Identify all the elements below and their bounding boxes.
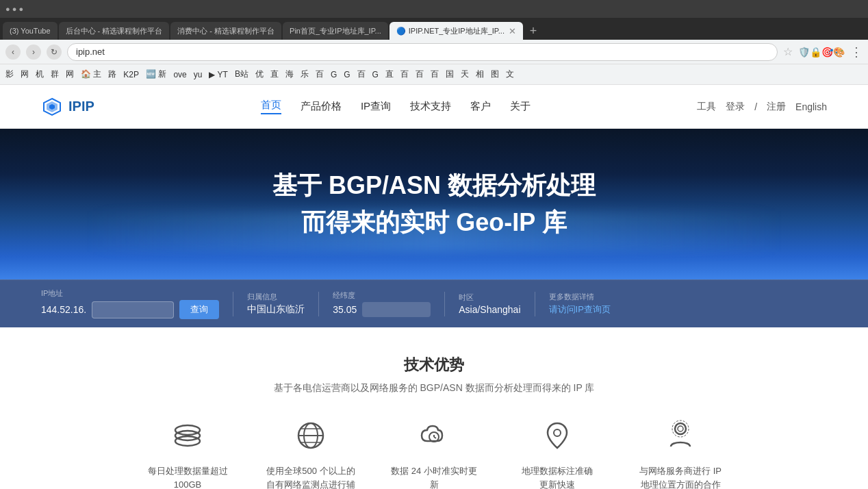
bookmark-new[interactable]: 🆕 新 — [146, 68, 166, 80]
feature-isp-cooperation: 与网络服务商进行 IP地理位置方面的合作 — [636, 415, 725, 489]
separator: / — [754, 101, 757, 112]
bookmark-7[interactable]: 路 — [108, 68, 116, 80]
longitude-label: 经纬度 — [333, 290, 431, 301]
bookmark-bai[interactable]: 百 — [316, 68, 324, 80]
bookmark-star[interactable]: ☆ — [783, 45, 793, 58]
header-right: 工具 登录 / 注册 English — [697, 101, 827, 113]
feature-data-volume: 每日处理数据量超过100GB — [143, 415, 232, 489]
register-link[interactable]: 注册 — [767, 101, 786, 113]
bookmark-wen[interactable]: 文 — [506, 68, 514, 80]
ip-label: IP地址 — [41, 288, 219, 299]
bookmark-2[interactable]: 网 — [21, 68, 29, 80]
address-input[interactable] — [67, 43, 778, 61]
tech-section: 技术优势 基于各电信运营商以及网络服务的 BGP/ASN 数据而分析处理而得来的… — [0, 327, 868, 489]
nav-home[interactable]: 首页 — [261, 99, 281, 114]
bookmark-le[interactable]: 乐 — [301, 68, 309, 80]
clock-cloud-icon — [413, 415, 455, 456]
site-logo[interactable]: IPIP — [41, 96, 94, 118]
location-icon — [537, 415, 578, 456]
globe-icon — [290, 415, 331, 456]
more-link[interactable]: 请访问IP查询页 — [549, 303, 611, 316]
logo-text: IPIP — [68, 99, 94, 114]
bookmark-ove[interactable]: ove — [173, 70, 186, 79]
main-nav: 首页 产品价格 IP查询 技术支持 客户 关于 — [261, 99, 531, 114]
browser-controls: ● ● ● — [5, 5, 23, 13]
tab-close[interactable]: ✕ — [509, 26, 516, 36]
bookmark-zhi2[interactable]: 直 — [385, 68, 394, 80]
bookmark-3[interactable]: 机 — [36, 68, 44, 80]
tab-3[interactable]: 消费中心 - 精选课程制作平台 — [170, 22, 281, 40]
login-link[interactable]: 登录 — [726, 101, 745, 113]
bookmark-guo[interactable]: 国 — [446, 68, 454, 80]
svg-point-15 — [675, 423, 686, 434]
bookmark-bai3[interactable]: 百 — [400, 68, 409, 80]
tech-title: 技术优势 — [41, 355, 827, 375]
menu-button[interactable]: ⋮ — [850, 45, 863, 60]
bookmark-1[interactable]: 影 — [5, 68, 14, 80]
site-header: IPIP 首页 产品价格 IP查询 技术支持 客户 关于 工具 登录 / 注册 … — [0, 85, 868, 129]
bookmark-g2[interactable]: G — [344, 70, 350, 79]
ip-search-input[interactable] — [92, 301, 174, 318]
hero-section: 基于 BGP/ASN 数据分析处理 而得来的实时 Geo-IP 库 — [0, 129, 868, 279]
bookmark-bai2[interactable]: 百 — [357, 68, 366, 80]
hero-title-line2: 而得来的实时 Geo-IP 库 — [272, 204, 596, 241]
nav-pricing[interactable]: 产品价格 — [301, 100, 342, 113]
bookmark-k2p[interactable]: K2P — [123, 70, 139, 79]
feature-2-text: 使用全球500 个以上的自有网络监测点进行辅助路量 — [266, 464, 355, 489]
ip-search-bar: IP地址 144.52.16. 查询 归属信息 中国山东临沂 经纬度 35.05… — [0, 279, 868, 327]
nav-about[interactable]: 关于 — [510, 100, 531, 113]
bookmark-bai4[interactable]: 百 — [416, 68, 424, 80]
ip-search-button[interactable]: 查询 — [179, 300, 219, 319]
feature-4-text: 地理数据标注准确更新快速 — [522, 464, 593, 489]
bookmark-g[interactable]: G — [331, 70, 337, 79]
tech-subtitle: 基于各电信运营商以及网络服务的 BGP/ASN 数据而分析处理而得来的 IP 库 — [41, 382, 827, 394]
new-tab-button[interactable]: + — [524, 22, 542, 40]
timezone-value: Asia/Shanghai — [459, 304, 520, 315]
nav-customers[interactable]: 客户 — [470, 100, 491, 113]
ip-value: 144.52.16. — [41, 304, 86, 315]
tab-bar: (3) YouTube 后台中心 - 精选课程制作平台 消费中心 - 精选课程制… — [0, 18, 868, 40]
bookmark-hai[interactable]: 海 — [285, 68, 294, 80]
layers-icon — [167, 415, 208, 456]
forward-button[interactable]: › — [26, 45, 41, 60]
bookmark-bilibili[interactable]: B站 — [235, 68, 248, 80]
tab-youtube[interactable]: (3) YouTube — [3, 22, 58, 40]
bookmarks-bar: 影 网 机 群 网 🏠 主 路 K2P 🆕 新 ove yu ▶ YT B站 优… — [0, 64, 868, 85]
bookmark-4[interactable]: 群 — [51, 68, 59, 80]
tab-4[interactable]: Pin首页_专业IP地址库_IP... — [283, 22, 388, 40]
logo-icon — [41, 96, 63, 118]
svg-line-13 — [434, 437, 436, 438]
bookmark-tu[interactable]: 图 — [491, 68, 499, 80]
language-switch[interactable]: English — [795, 101, 827, 112]
longitude-value-row: 35.05 — [333, 302, 431, 317]
nav-ip-query[interactable]: IP查询 — [361, 100, 391, 113]
ip-divider-2 — [318, 292, 319, 316]
reload-button[interactable]: ↻ — [47, 45, 62, 60]
tab-ipip-active[interactable]: 🔵 IPIP.NET_专业IP地址库_IP... ✕ — [390, 22, 523, 40]
tab-favicon: 🔵 — [396, 27, 406, 36]
ip-divider-1 — [233, 292, 233, 316]
bookmark-6[interactable]: 🏠 主 — [81, 68, 101, 80]
bookmark-yt[interactable]: ▶ YT — [209, 70, 227, 79]
bookmark-yu[interactable]: yu — [194, 70, 203, 79]
bookmark-you[interactable]: 优 — [255, 68, 264, 80]
address-bar-row: ‹ › ↻ ☆ 🛡️🔒🎯🎨 ⋮ — [0, 40, 868, 64]
back-button[interactable]: ‹ — [5, 45, 21, 60]
feature-monitoring: 使用全球500 个以上的自有网络监测点进行辅助路量 — [266, 415, 355, 489]
bookmark-tian[interactable]: 天 — [461, 68, 469, 80]
tools-link[interactable]: 工具 — [697, 101, 716, 113]
feature-5-text: 与网络服务商进行 IP地理位置方面的合作 — [639, 464, 722, 489]
ip-divider-4 — [535, 292, 535, 316]
bookmark-5[interactable]: 网 — [66, 68, 74, 80]
feature-3-text: 数据 24 小时准实时更新 — [391, 464, 477, 489]
bookmark-xiang[interactable]: 相 — [476, 68, 484, 80]
nav-tech-support[interactable]: 技术支持 — [410, 100, 451, 113]
bookmark-bai5[interactable]: 百 — [431, 68, 439, 80]
browser-chrome: ● ● ● — [0, 0, 868, 18]
bookmark-g3[interactable]: G — [372, 70, 379, 79]
tab-2[interactable]: 后台中心 - 精选课程制作平台 — [59, 22, 170, 40]
longitude-field: 经纬度 35.05 — [333, 290, 431, 317]
tab-label: 后台中心 - 精选课程制作平台 — [66, 26, 163, 36]
hero-title-line1: 基于 BGP/ASN 数据分析处理 — [272, 167, 596, 204]
bookmark-zhi[interactable]: 直 — [270, 68, 279, 80]
